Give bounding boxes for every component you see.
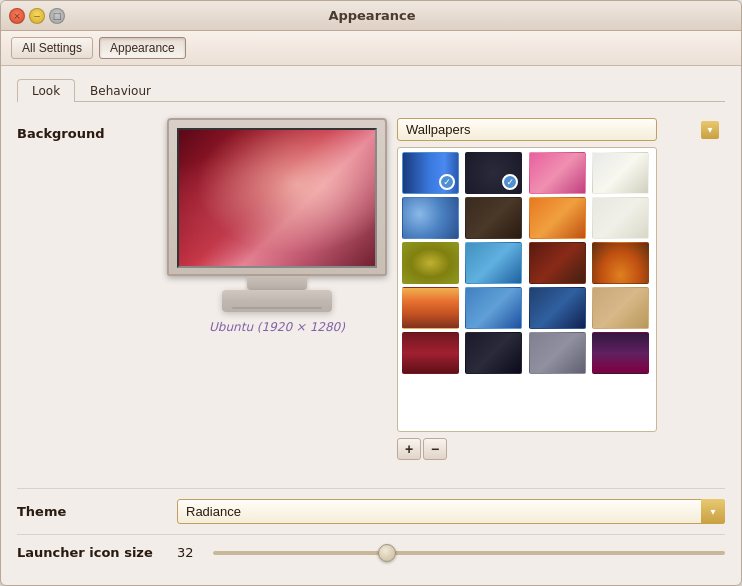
titlebar: × − □ Appearance [1, 1, 741, 31]
background-label: Background [17, 118, 177, 141]
launcher-icon-size-slider[interactable] [213, 551, 725, 555]
wallpaper-thumb-10[interactable] [465, 242, 522, 284]
wallpaper-type-dropdown[interactable]: Wallpapers Colors & Gradients No Desktop… [397, 118, 657, 141]
grid-action-buttons: + − [397, 438, 725, 460]
tab-bar: Look Behaviour [17, 78, 725, 102]
wallpaper-thumb-6[interactable] [465, 197, 522, 239]
wallpaper-grid[interactable]: ✓ ✓ [397, 147, 657, 432]
toolbar: All Settings Appearance [1, 31, 741, 66]
monitor-stand-base [222, 290, 332, 312]
wallpaper-area: Wallpapers Colors & Gradients No Desktop… [397, 118, 725, 460]
add-wallpaper-button[interactable]: + [397, 438, 421, 460]
wallpaper-thumb-11[interactable] [529, 242, 586, 284]
theme-label: Theme [17, 504, 177, 519]
minimize-button[interactable]: − [29, 8, 45, 24]
wallpaper-preview [179, 130, 375, 266]
wallpaper-thumb-14[interactable] [465, 287, 522, 329]
launcher-value-label: 32 [177, 545, 205, 560]
tab-look[interactable]: Look [17, 79, 75, 102]
launcher-section: Launcher icon size 32 [17, 534, 725, 570]
wallpaper-thumb-20[interactable] [592, 332, 649, 374]
wallpaper-thumb-13[interactable] [402, 287, 459, 329]
wallpaper-thumb-16[interactable] [592, 287, 649, 329]
window-controls: × − □ [9, 8, 65, 24]
monitor-screen [177, 128, 377, 268]
theme-control: Radiance Ambiance High Contrast High Con… [177, 499, 725, 524]
wallpaper-thumb-7[interactable] [529, 197, 586, 239]
monitor-frame [167, 118, 387, 276]
wallpaper-thumb-2[interactable]: ✓ [465, 152, 522, 194]
monitor-resolution-label: Ubuntu (1920 × 1280) [209, 320, 345, 334]
tab-behaviour[interactable]: Behaviour [75, 79, 166, 102]
monitor-stand-top [247, 276, 307, 290]
launcher-label: Launcher icon size [17, 545, 177, 560]
appearance-button[interactable]: Appearance [99, 37, 186, 59]
launcher-slider-container: 32 [177, 545, 725, 560]
wallpaper-thumb-9[interactable] [402, 242, 459, 284]
wallpaper-thumb-18[interactable] [465, 332, 522, 374]
background-row: Ubuntu (1920 × 1280) Wallpapers Colors &… [177, 118, 725, 460]
background-section: Background [17, 118, 725, 470]
wallpaper-thumb-17[interactable] [402, 332, 459, 374]
wallpaper-thumb-19[interactable] [529, 332, 586, 374]
wallpaper-thumb-4[interactable] [592, 152, 649, 194]
wallpaper-thumb-8[interactable] [592, 197, 649, 239]
wallpaper-thumb-3[interactable] [529, 152, 586, 194]
wallpaper-thumb-1[interactable]: ✓ [402, 152, 459, 194]
wallpaper-thumb-15[interactable] [529, 287, 586, 329]
theme-section: Theme Radiance Ambiance High Contrast Hi… [17, 488, 725, 534]
main-content: Look Behaviour Background [1, 66, 741, 585]
background-content: Ubuntu (1920 × 1280) Wallpapers Colors &… [177, 118, 725, 470]
close-button[interactable]: × [9, 8, 25, 24]
theme-dropdown-wrapper: Radiance Ambiance High Contrast High Con… [177, 499, 725, 524]
remove-wallpaper-button[interactable]: − [423, 438, 447, 460]
monitor [167, 118, 387, 312]
app-window: × − □ Appearance All Settings Appearance… [0, 0, 742, 586]
launcher-control: 32 [177, 545, 725, 560]
wallpaper-thumb-5[interactable] [402, 197, 459, 239]
wallpaper-dropdown-arrow-icon: ▾ [701, 121, 719, 139]
window-title: Appearance [71, 8, 673, 23]
selected-check-icon-2: ✓ [502, 174, 518, 190]
wallpaper-thumb-12[interactable] [592, 242, 649, 284]
theme-dropdown[interactable]: Radiance Ambiance High Contrast High Con… [177, 499, 725, 524]
wallpaper-type-dropdown-wrapper: Wallpapers Colors & Gradients No Desktop… [397, 118, 725, 141]
maximize-button[interactable]: □ [49, 8, 65, 24]
monitor-preview-area: Ubuntu (1920 × 1280) [177, 118, 377, 334]
all-settings-button[interactable]: All Settings [11, 37, 93, 59]
selected-check-icon: ✓ [439, 174, 455, 190]
wallpaper-selection: Wallpapers Colors & Gradients No Desktop… [397, 118, 725, 460]
